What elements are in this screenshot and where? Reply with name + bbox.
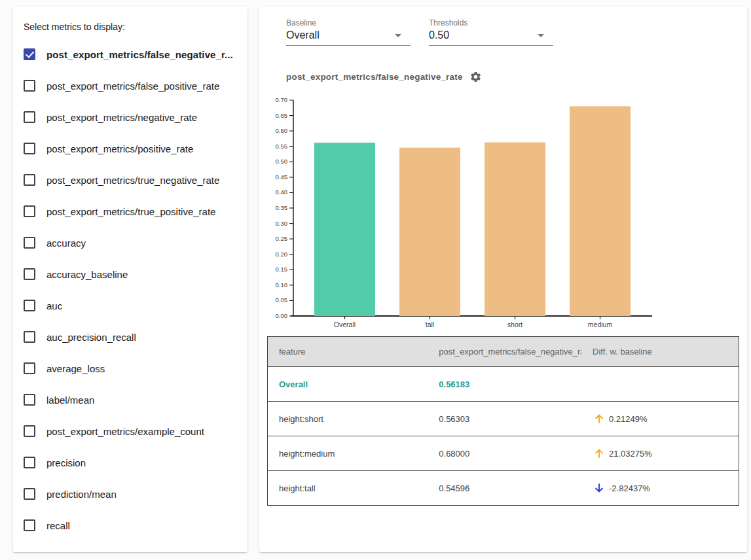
metric-list-item[interactable]: auc_precision_recall: [22, 321, 237, 353]
svg-text:0.15: 0.15: [276, 266, 288, 273]
svg-text:0.45: 0.45: [276, 173, 288, 181]
arrow-up-icon: [593, 447, 606, 460]
svg-text:0.35: 0.35: [276, 204, 288, 211]
metric-list-item[interactable]: post_export_metrics/example_count: [22, 415, 237, 447]
metric-list-item[interactable]: precision: [22, 447, 237, 478]
table-row: height:short0.563030.21249%: [268, 402, 739, 436]
svg-text:0.10: 0.10: [276, 281, 288, 289]
diff-value: 21.03275%: [609, 449, 652, 459]
metric-label: post_export_metrics/example_count: [46, 426, 204, 437]
checked-checkbox-icon[interactable]: [24, 48, 35, 60]
metric-label: post_export_metrics/false_negative_r...: [46, 49, 233, 60]
table-column-header: Diff. w. baseline: [581, 337, 739, 367]
unchecked-checkbox-icon[interactable]: [24, 457, 35, 468]
svg-text:0.70: 0.70: [276, 96, 288, 103]
thresholds-select-label: Thresholds: [429, 18, 553, 27]
metric-label: post_export_metrics/positive_rate: [46, 143, 193, 154]
svg-text:0.40: 0.40: [276, 188, 288, 196]
unchecked-checkbox-icon[interactable]: [24, 268, 35, 280]
metric-list: post_export_metrics/false_negative_r...p…: [22, 39, 237, 541]
settings-gear-icon[interactable]: [469, 71, 482, 83]
svg-text:0.30: 0.30: [276, 220, 288, 227]
baseline-select[interactable]: Baseline Overall: [286, 18, 411, 46]
feature-cell: height:tall: [268, 471, 428, 506]
metric-list-item[interactable]: post_export_metrics/positive_rate: [22, 133, 237, 164]
metric-label: precision: [46, 457, 86, 468]
x-axis-label: Overall: [334, 321, 356, 328]
metric-list-item[interactable]: post_export_metrics/false_positive_rate: [22, 70, 237, 101]
diff-value: -2.82437%: [609, 483, 650, 493]
svg-text:0.20: 0.20: [276, 251, 288, 258]
metric-list-item[interactable]: post_export_metrics/true_positive_rate: [22, 196, 237, 227]
metrics-table: featurepost_export_metrics/false_negativ…: [267, 336, 739, 506]
unchecked-checkbox-icon[interactable]: [24, 80, 35, 92]
x-axis-label: short: [507, 321, 522, 328]
metric-list-item[interactable]: post_export_metrics/negative_rate: [22, 101, 237, 133]
metric-label: accuracy_baseline: [46, 269, 128, 280]
metric-label: post_export_metrics/false_positive_rate: [46, 80, 219, 92]
controls-row: Baseline Overall Thresholds 0.50: [286, 18, 747, 46]
unchecked-checkbox-icon[interactable]: [24, 237, 35, 249]
unchecked-checkbox-icon[interactable]: [24, 362, 35, 374]
diff-cell: -2.82437%: [581, 471, 739, 506]
bar-tall[interactable]: [399, 148, 460, 316]
metric-label: post_export_metrics/true_positive_rate: [46, 206, 215, 217]
unchecked-checkbox-icon[interactable]: [24, 300, 35, 311]
metric-list-item[interactable]: accuracy_baseline: [22, 258, 237, 290]
metric-value-cell: 0.56303: [428, 402, 581, 436]
metric-value-cell: 0.54596: [428, 471, 581, 506]
chevron-down-icon: [538, 34, 544, 37]
feature-cell: height:medium: [268, 436, 428, 471]
bar-medium[interactable]: [570, 106, 631, 316]
metric-label: prediction/mean: [46, 489, 117, 500]
unchecked-checkbox-icon[interactable]: [24, 174, 35, 186]
metric-value-cell: 0.68000: [428, 436, 581, 471]
svg-text:0.25: 0.25: [276, 235, 288, 242]
thresholds-select-value: 0.50: [429, 29, 449, 41]
table-row: Overall0.56183: [268, 367, 739, 402]
unchecked-checkbox-icon[interactable]: [24, 425, 35, 437]
baseline-select-label: Baseline: [286, 18, 411, 27]
metric-label: accuracy: [46, 237, 86, 249]
diff-cell: [581, 367, 739, 402]
bar-chart: 0.000.050.100.150.200.250.300.350.400.45…: [267, 92, 660, 329]
bar-Overall[interactable]: [314, 143, 375, 316]
svg-text:0.00: 0.00: [276, 312, 288, 319]
metric-list-item[interactable]: label/mean: [22, 384, 237, 415]
unchecked-checkbox-icon[interactable]: [24, 331, 35, 343]
unchecked-checkbox-icon[interactable]: [24, 519, 35, 531]
arrow-up-icon: [593, 412, 606, 425]
metric-label: auc_precision_recall: [46, 332, 136, 343]
arrow-down-icon: [593, 481, 606, 495]
metrics-panel-title: Select metrics to display:: [24, 22, 237, 32]
bar-short[interactable]: [485, 143, 545, 316]
svg-text:0.05: 0.05: [276, 296, 288, 304]
metric-list-item[interactable]: recall: [22, 510, 237, 541]
metric-label: average_loss: [46, 363, 105, 374]
unchecked-checkbox-icon[interactable]: [24, 143, 35, 154]
metric-list-item[interactable]: post_export_metrics/false_negative_r...: [22, 39, 237, 70]
svg-text:0.55: 0.55: [276, 143, 288, 150]
metric-label: recall: [46, 520, 70, 531]
metric-list-item[interactable]: accuracy: [22, 227, 237, 258]
svg-text:0.60: 0.60: [276, 127, 288, 134]
page: Select metrics to display: post_export_m…: [0, 0, 751, 560]
unchecked-checkbox-icon[interactable]: [24, 205, 35, 217]
unchecked-checkbox-icon[interactable]: [24, 394, 35, 406]
metric-list-item[interactable]: auc: [22, 290, 237, 321]
metrics-panel: Select metrics to display: post_export_m…: [13, 7, 247, 552]
metric-list-item[interactable]: average_loss: [22, 353, 237, 384]
baseline-select-value: Overall: [286, 29, 320, 41]
metric-list-item[interactable]: prediction/mean: [22, 478, 237, 510]
unchecked-checkbox-icon[interactable]: [24, 111, 35, 123]
table-column-header: post_export_metrics/false_negative_rat..…: [428, 337, 581, 367]
metric-label: label/mean: [46, 394, 94, 406]
table-row: height:medium0.6800021.03275%: [268, 436, 739, 471]
chart-title: post_export_metrics/false_negative_rate: [286, 72, 463, 82]
thresholds-select[interactable]: Thresholds 0.50: [429, 18, 553, 46]
metric-list-item[interactable]: post_export_metrics/true_negative_rate: [22, 164, 237, 196]
metric-label: post_export_metrics/true_negative_rate: [46, 175, 219, 186]
unchecked-checkbox-icon[interactable]: [24, 488, 35, 500]
feature-cell: Overall: [268, 367, 428, 402]
table-row: height:tall0.54596-2.82437%: [268, 471, 739, 506]
